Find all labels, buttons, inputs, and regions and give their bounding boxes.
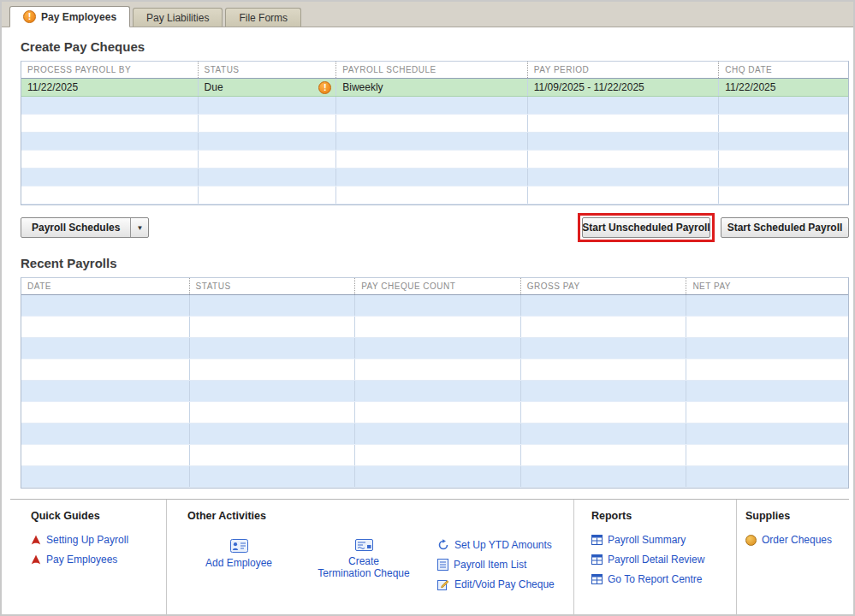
order-cheques-link[interactable]: Order Cheques: [745, 534, 849, 546]
column-header: Pay Period: [527, 62, 719, 78]
termination-cheque-icon: [355, 539, 373, 551]
column-header: Status: [189, 278, 355, 294]
column-header: Chq Date: [718, 62, 848, 78]
highlight-box: Start Unscheduled Payroll: [578, 213, 715, 242]
payroll-schedules-button[interactable]: Payroll Schedules: [21, 217, 149, 238]
tab-file-forms[interactable]: File Forms: [225, 8, 301, 27]
tab-label: File Forms: [239, 12, 288, 24]
chq-date-cell: 11/22/2025: [718, 79, 848, 96]
link-label: Go To Report Centre: [608, 573, 703, 585]
payroll-item-list-link[interactable]: Payroll Item List: [437, 559, 555, 571]
link-label: Termination Cheque: [318, 568, 409, 580]
payroll-detail-review-link[interactable]: Payroll Detail Review: [591, 554, 736, 566]
pay-employees-guide-link[interactable]: Pay Employees: [31, 554, 166, 566]
quick-guides-section: Quick Guides Setting Up Payroll Pay Empl…: [10, 500, 166, 616]
create-pay-cheques-table: Process Payroll By Status Payroll Schedu…: [21, 61, 849, 205]
start-scheduled-payroll-button[interactable]: Start Scheduled Payroll: [721, 217, 849, 238]
column-header: Status: [198, 62, 336, 78]
empty-row: [21, 151, 848, 169]
tab-pay-employees[interactable]: Pay Employees: [9, 6, 130, 27]
column-header: Net Pay: [686, 278, 848, 294]
tab-strip: Pay Employees Pay Liabilities File Forms: [2, 2, 853, 27]
pay-cheques-button-bar: Payroll Schedules Start Unscheduled Payr…: [21, 213, 849, 242]
pay-period-cell: 11/09/2025 - 11/22/2025: [527, 79, 719, 96]
warning-icon: [23, 10, 36, 23]
tab-label: Pay Employees: [41, 11, 116, 23]
column-header: Pay Cheque Count: [354, 278, 520, 294]
link-label: Payroll Detail Review: [608, 554, 704, 566]
guide-icon: [31, 554, 41, 565]
link-label: Order Cheques: [762, 534, 832, 546]
employee-badge-icon: [230, 539, 248, 553]
empty-row: [21, 133, 848, 151]
set-up-ytd-amounts-link[interactable]: Set Up YTD Amounts: [437, 539, 555, 551]
report-icon: [591, 574, 603, 584]
supplies-title: Supplies: [745, 510, 849, 522]
column-header: Process Payroll By: [21, 62, 198, 78]
pencil-icon: [437, 578, 449, 590]
status-text: Due: [205, 81, 223, 93]
link-label: Create: [348, 556, 379, 568]
table-header: Date Status Pay Cheque Count Gross Pay N…: [21, 278, 848, 295]
add-employee-link[interactable]: Add Employee: [196, 539, 282, 570]
empty-row: [21, 187, 848, 204]
link-label: Pay Employees: [46, 554, 117, 566]
payroll-centre-window: Pay Employees Pay Liabilities File Forms…: [0, 0, 855, 616]
list-icon: [437, 559, 448, 571]
payroll-schedules-label: Payroll Schedules: [21, 222, 130, 234]
link-label: Payroll Summary: [608, 534, 686, 546]
reports-section: Reports Payroll Summary: [573, 500, 736, 616]
empty-row: [21, 359, 848, 381]
footer-panel: Quick Guides Setting Up Payroll Pay Empl…: [10, 499, 849, 616]
create-termination-cheque-link[interactable]: Create Termination Cheque: [312, 539, 415, 580]
link-label: Setting Up Payroll: [46, 534, 128, 546]
empty-row: [21, 424, 848, 445]
link-label: Payroll Item List: [454, 559, 526, 571]
report-icon: [591, 535, 603, 545]
go-to-report-centre-link[interactable]: Go To Report Centre: [591, 573, 736, 585]
column-header: Date: [21, 278, 189, 294]
tab-label: Pay Liabilities: [146, 12, 209, 24]
empty-row: [21, 295, 848, 317]
setting-up-payroll-link[interactable]: Setting Up Payroll: [31, 534, 166, 546]
payroll-schedule-cell: Biweekly: [335, 79, 527, 96]
empty-row: [21, 466, 848, 488]
other-activities-section: Other Activities Add Employee: [166, 500, 573, 616]
report-icon: [591, 554, 603, 565]
quick-guides-title: Quick Guides: [31, 510, 166, 522]
coin-icon: [745, 535, 757, 546]
guide-icon: [31, 535, 41, 545]
status-cell: Due: [198, 79, 336, 96]
payroll-summary-link[interactable]: Payroll Summary: [591, 534, 736, 546]
empty-row: [21, 402, 848, 424]
link-label: Set Up YTD Amounts: [454, 539, 552, 551]
chevron-down-icon[interactable]: [130, 218, 148, 237]
empty-row: [21, 169, 848, 187]
empty-row: [21, 445, 848, 466]
empty-row: [21, 381, 848, 402]
empty-row: [21, 97, 848, 115]
table-header: Process Payroll By Status Payroll Schedu…: [21, 62, 848, 79]
link-label: Edit/Void Pay Cheque: [454, 578, 555, 590]
empty-row: [21, 115, 848, 133]
start-unscheduled-payroll-button[interactable]: Start Unscheduled Payroll: [582, 217, 710, 238]
column-header: Gross Pay: [520, 278, 686, 294]
process-payroll-by-cell: 11/22/2025: [21, 79, 198, 96]
link-label: Add Employee: [205, 558, 272, 570]
pay-cheque-due-row[interactable]: 11/22/2025 Due Biweekly 11/09/2025 - 11/…: [21, 79, 848, 97]
create-pay-cheques-title: Create Pay Cheques: [21, 39, 853, 54]
column-header: Payroll Schedule: [335, 62, 527, 78]
edit-void-pay-cheque-link[interactable]: Edit/Void Pay Cheque: [437, 578, 555, 590]
empty-row: [21, 338, 848, 359]
ytd-setup-icon: [437, 539, 449, 551]
due-warning-icon: [318, 81, 331, 94]
recent-payrolls-table: Date Status Pay Cheque Count Gross Pay N…: [21, 277, 849, 489]
other-activities-title: Other Activities: [187, 510, 573, 522]
recent-payrolls-title: Recent Payrolls: [21, 256, 853, 270]
empty-row: [21, 317, 848, 338]
supplies-section: Supplies Order Cheques: [736, 500, 849, 616]
reports-title: Reports: [591, 510, 736, 522]
tab-pay-liabilities[interactable]: Pay Liabilities: [133, 8, 223, 27]
